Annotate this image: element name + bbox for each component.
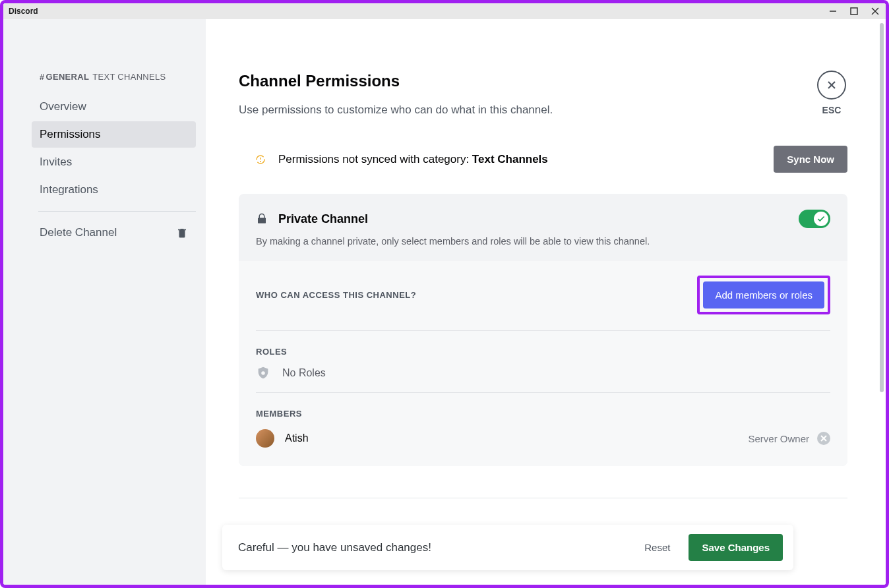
nav-integrations[interactable]: Integrations (32, 177, 196, 203)
sync-prefix: Permissions not synced with category: (278, 153, 472, 165)
trash-icon (176, 227, 188, 239)
delete-channel-label: Delete Channel (40, 226, 117, 239)
window-minimize-button[interactable] (828, 6, 838, 16)
main-content: ESC Channel Permissions Use permissions … (206, 19, 886, 585)
lock-icon (256, 213, 268, 225)
no-roles-text: No Roles (282, 367, 326, 379)
window-title: Discord (9, 7, 38, 16)
add-members-roles-button[interactable]: Add members or roles (703, 281, 824, 309)
save-changes-button[interactable]: Save Changes (689, 534, 783, 561)
nav-divider (38, 211, 196, 212)
member-role-label: Server Owner (748, 433, 809, 444)
channel-name: GENERAL (46, 72, 90, 82)
divider (256, 330, 830, 331)
window-titlebar: Discord (3, 3, 886, 19)
members-heading: MEMBERS (256, 409, 830, 419)
private-channel-toggle[interactable] (799, 210, 830, 228)
scrollbar-thumb[interactable] (880, 23, 884, 392)
member-avatar[interactable] (256, 429, 274, 448)
channel-header: # GENERAL TEXT CHANNELS (40, 72, 196, 82)
private-channel-description: By making a channel private, only select… (256, 236, 830, 247)
access-heading: WHO CAN ACCESS THIS CHANNEL? (256, 290, 416, 300)
nav-invites[interactable]: Invites (32, 149, 196, 175)
window-close-button[interactable] (870, 6, 880, 16)
scrollbar[interactable] (880, 23, 884, 581)
hash-icon: # (40, 72, 45, 82)
sync-category: Text Channels (472, 153, 548, 165)
private-channel-title: Private Channel (278, 212, 368, 226)
close-icon (820, 435, 827, 442)
page-divider (239, 498, 847, 498)
nav-delete-channel[interactable]: Delete Channel (32, 220, 196, 246)
shield-icon (256, 366, 270, 380)
check-icon (816, 214, 826, 223)
svg-point-7 (261, 161, 261, 162)
nav-overview[interactable]: Overview (32, 94, 196, 120)
page-title: Channel Permissions (239, 72, 847, 90)
roles-heading: ROLES (256, 347, 830, 357)
svg-point-8 (261, 371, 265, 375)
window-maximize-button[interactable] (849, 6, 859, 16)
close-icon (825, 78, 838, 92)
unsaved-changes-bar: Careful — you have unsaved changes! Rese… (222, 525, 793, 570)
warning-icon (255, 154, 266, 165)
close-settings-button[interactable]: ESC (817, 71, 846, 115)
sync-bar: Permissions not synced with category: Te… (255, 146, 847, 173)
member-row: Atish Server Owner (256, 429, 830, 448)
sync-now-button[interactable]: Sync Now (774, 146, 847, 173)
member-name: Atish (285, 432, 309, 444)
reset-button[interactable]: Reset (634, 535, 681, 560)
settings-sidebar: # GENERAL TEXT CHANNELS Overview Permiss… (3, 19, 206, 585)
svg-rect-1 (851, 8, 857, 15)
divider (256, 392, 830, 393)
channel-category-label: TEXT CHANNELS (92, 72, 166, 82)
add-button-highlight: Add members or roles (697, 276, 830, 314)
sync-text: Permissions not synced with category: Te… (278, 153, 548, 166)
nav-permissions[interactable]: Permissions (32, 121, 196, 148)
remove-member-button[interactable] (817, 432, 830, 445)
page-subtitle: Use permissions to customize who can do … (239, 103, 847, 117)
unsaved-message: Careful — you have unsaved changes! (238, 541, 431, 554)
permissions-card: Private Channel By making a channel priv… (239, 194, 847, 466)
esc-label: ESC (822, 105, 842, 115)
